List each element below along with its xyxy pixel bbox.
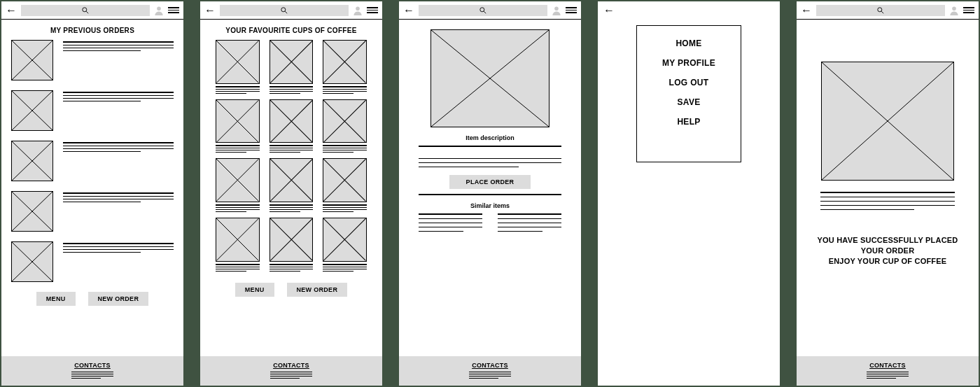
search-icon [876,6,885,15]
place-order-button[interactable]: PLACE ORDER [449,175,531,189]
menu-button[interactable]: MENU [36,292,76,306]
screen-item-detail: ← Item description PLACE ORDER Similar i… [399,1,581,386]
product-card[interactable] [323,40,367,94]
search-icon [479,6,487,15]
screen-previous-orders: ← MY PREVIOUS ORDERS MENU [1,1,183,386]
product-card[interactable] [270,99,314,153]
screen-order-success: ← YOU HAVE SUCCESSFULLY PLACED YOUR ORDE… [797,1,979,386]
svg-line-6 [285,11,287,13]
product-card[interactable] [216,218,260,272]
item-description [399,146,581,167]
text-placeholder [63,141,174,181]
product-card[interactable] [270,218,314,272]
product-card[interactable] [270,158,314,212]
footer-title[interactable]: CONTACTS [797,362,979,369]
order-row[interactable] [1,40,183,80]
menu-item-profile[interactable]: MY PROFILE [662,58,715,68]
search-input[interactable] [419,5,547,16]
search-icon [81,6,90,15]
menu-item-help[interactable]: HELP [677,117,700,127]
header: ← [399,1,581,20]
new-order-button[interactable]: NEW ORDER [88,292,149,306]
new-order-button[interactable]: NEW ORDER [287,283,348,297]
image-placeholder [270,158,314,202]
image-placeholder [270,218,314,262]
back-icon[interactable]: ← [6,4,17,17]
image-placeholder [216,158,260,202]
image-placeholder [323,158,367,202]
header: ← [797,1,979,20]
svg-line-9 [484,11,486,13]
image-placeholder [11,241,53,282]
footer-title[interactable]: CONTACTS [1,362,183,369]
footer: CONTACTS [200,356,382,386]
order-row[interactable] [1,90,183,131]
page-title: MY PREVIOUS ORDERS [1,27,183,34]
text-placeholder [797,192,979,210]
footer: CONTACTS [797,356,979,386]
hamburger-icon[interactable] [168,7,179,13]
footer: CONTACTS [1,356,183,386]
back-icon[interactable]: ← [801,4,812,17]
svg-point-11 [878,7,882,11]
screen-favourites: ← YOUR FAVOURITE CUPS OF COFFEE MENU NEW… [200,1,382,386]
hamburger-icon[interactable] [566,7,577,13]
hamburger-icon[interactable] [367,7,378,13]
profile-icon[interactable] [353,6,363,15]
similar-items-title: Similar items [399,202,581,209]
product-card[interactable] [270,40,314,94]
footer-title[interactable]: CONTACTS [399,362,581,369]
footer-title[interactable]: CONTACTS [200,362,382,369]
svg-point-7 [356,6,360,10]
hamburger-icon[interactable] [963,7,974,13]
similar-item[interactable] [419,213,482,232]
screen-menu-overlay: ← HOME MY PROFILE LOG OUT SAVE HELP [598,1,780,386]
image-placeholder [323,218,367,262]
image-placeholder [11,40,53,80]
svg-point-13 [952,6,956,10]
menu-item-home[interactable]: HOME [676,38,701,48]
item-description-title: Item description [399,134,581,141]
search-icon [280,6,288,15]
order-row[interactable] [1,191,183,232]
svg-point-10 [554,6,559,10]
order-row[interactable] [1,241,183,282]
header: ← [1,1,183,20]
product-card[interactable] [216,158,260,212]
search-input[interactable] [21,5,150,16]
search-input[interactable] [816,5,945,16]
similar-item[interactable] [498,213,561,232]
page-title: YOUR FAVOURITE CUPS OF COFFEE [200,27,382,34]
footer: CONTACTS [399,356,581,386]
item-image [430,29,550,127]
image-placeholder [270,99,314,143]
svg-point-8 [480,7,484,11]
back-icon[interactable]: ← [403,4,414,17]
menu-button[interactable]: MENU [235,283,274,297]
image-placeholder [216,40,260,84]
product-card[interactable] [323,158,367,212]
image-placeholder [216,99,260,143]
back-icon[interactable]: ← [204,4,216,17]
text-placeholder [63,40,174,80]
svg-line-12 [881,11,883,13]
profile-icon[interactable] [552,6,561,15]
success-image [821,62,954,181]
search-input[interactable] [220,5,349,16]
product-card[interactable] [323,218,367,272]
menu-item-logout[interactable]: LOG OUT [669,78,709,87]
image-placeholder [270,40,314,84]
back-icon[interactable]: ← [603,4,615,17]
product-card[interactable] [323,99,367,153]
success-message: YOU HAVE SUCCESSFULLY PLACED YOUR ORDER … [797,235,979,267]
header: ← [200,1,382,20]
product-card[interactable] [216,40,260,94]
text-placeholder [63,241,174,282]
profile-icon[interactable] [949,6,959,15]
product-card[interactable] [216,99,260,153]
profile-icon[interactable] [154,6,164,15]
header: ← [598,1,780,20]
menu-item-save[interactable]: SAVE [678,97,701,107]
image-placeholder [216,218,260,262]
order-row[interactable] [1,141,183,181]
